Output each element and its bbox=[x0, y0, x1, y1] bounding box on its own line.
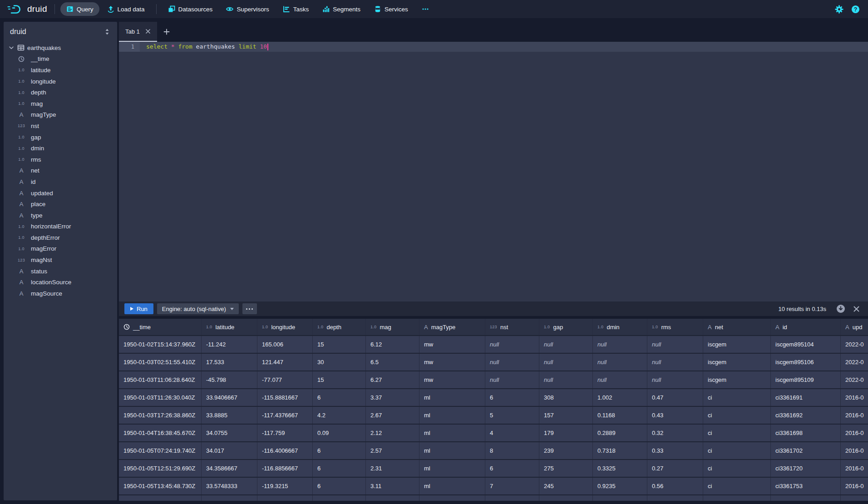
schema-column-magError[interactable]: 1.0magError bbox=[4, 243, 117, 255]
schema-column-magSource[interactable]: AmagSource bbox=[4, 288, 117, 299]
table-cell[interactable]: 6 bbox=[485, 460, 539, 477]
schema-column-horizontalError[interactable]: 1.0horizontalError bbox=[4, 221, 117, 232]
table-cell[interactable]: 245 bbox=[539, 478, 593, 494]
table-cell[interactable]: ci3361702 bbox=[771, 442, 841, 459]
schema-column-mag[interactable]: 1.0mag bbox=[4, 98, 117, 109]
table-cell[interactable]: 6.12 bbox=[366, 336, 419, 353]
table-cell[interactable]: 6 bbox=[313, 478, 366, 494]
table-cell[interactable]: 5 bbox=[485, 407, 539, 424]
table-cell[interactable]: 3.11 bbox=[366, 478, 419, 494]
schema-column-magNst[interactable]: 123magNst bbox=[4, 254, 117, 266]
table-cell[interactable]: null bbox=[647, 354, 703, 371]
column-header-longitude[interactable]: 1.0longitude bbox=[257, 319, 313, 335]
table-cell[interactable]: 2022-0 bbox=[841, 354, 868, 371]
table-cell[interactable]: ci bbox=[703, 389, 771, 406]
table-cell[interactable]: ml bbox=[419, 389, 485, 406]
schema-column-net[interactable]: Anet bbox=[4, 165, 117, 177]
table-cell[interactable]: 275 bbox=[539, 460, 593, 477]
table-cell[interactable]: 1950-01-03T11:26:30.040Z bbox=[119, 389, 202, 406]
table-cell[interactable]: mw bbox=[419, 336, 485, 353]
table-cell[interactable]: 34.3586667 bbox=[202, 460, 257, 477]
schema-column-type[interactable]: Atype bbox=[4, 210, 117, 221]
table-cell[interactable]: 6.5 bbox=[366, 354, 419, 371]
schema-column-latitude[interactable]: 1.0latitude bbox=[4, 64, 117, 76]
table-cell[interactable]: 0.47 bbox=[647, 389, 703, 406]
table-cell[interactable]: 34.0755 bbox=[202, 425, 257, 441]
nav-item-more[interactable] bbox=[416, 2, 435, 16]
table-cell[interactable]: 33.5748333 bbox=[202, 478, 257, 494]
table-cell[interactable]: iscgem bbox=[703, 354, 771, 371]
schema-column-gap[interactable]: 1.0gap bbox=[4, 132, 117, 143]
table-cell[interactable]: 15 bbox=[313, 336, 366, 353]
chevron-down-icon[interactable] bbox=[8, 44, 15, 51]
table-cell[interactable]: 2016-0 bbox=[841, 460, 868, 477]
nav-item-supervisors[interactable]: Supervisors bbox=[220, 2, 275, 16]
download-icon[interactable] bbox=[836, 304, 845, 313]
table-cell[interactable]: ci bbox=[703, 407, 771, 424]
engine-select[interactable]: Engine: auto (sql-native) bbox=[157, 303, 239, 314]
table-cell[interactable]: 308 bbox=[539, 389, 593, 406]
table-cell[interactable]: 4.2 bbox=[313, 407, 366, 424]
table-cell[interactable]: 0.27 bbox=[647, 460, 703, 477]
table-cell[interactable]: 0.3325 bbox=[593, 460, 647, 477]
schema-column-locationSource[interactable]: AlocationSource bbox=[4, 277, 117, 288]
table-cell[interactable]: iscgem bbox=[703, 336, 771, 353]
schema-column-updated[interactable]: Aupdated bbox=[4, 188, 117, 199]
table-cell[interactable]: null bbox=[539, 354, 593, 371]
schema-column-status[interactable]: Astatus bbox=[4, 266, 117, 277]
table-cell[interactable]: -116.8856667 bbox=[257, 460, 313, 477]
sql-editor[interactable]: 1 select * from earthquakes limit 10 bbox=[119, 42, 868, 301]
nav-item-segments[interactable]: Segments bbox=[316, 2, 366, 16]
datasource-earthquakes[interactable]: earthquakes bbox=[4, 42, 117, 54]
table-cell[interactable]: 157 bbox=[539, 407, 593, 424]
table-cell[interactable]: 6 bbox=[313, 460, 366, 477]
table-cell[interactable]: ml bbox=[419, 425, 485, 441]
run-button[interactable]: Run bbox=[124, 303, 153, 314]
table-cell[interactable]: null bbox=[647, 371, 703, 388]
table-cell[interactable]: ci bbox=[703, 442, 771, 459]
table-cell[interactable]: 2016-0 bbox=[841, 425, 868, 441]
table-cell[interactable]: null bbox=[539, 371, 593, 388]
table-cell[interactable]: 2016-0 bbox=[841, 407, 868, 424]
table-cell[interactable]: 17.533 bbox=[202, 354, 257, 371]
nav-item-datasources[interactable]: Datasources bbox=[162, 2, 219, 16]
table-cell[interactable]: 2022-0 bbox=[841, 371, 868, 388]
table-cell[interactable]: null bbox=[485, 336, 539, 353]
table-cell[interactable]: iscgem bbox=[703, 371, 771, 388]
table-cell[interactable]: 0.1168 bbox=[593, 407, 647, 424]
table-cell[interactable]: mw bbox=[419, 354, 485, 371]
tab-1[interactable]: Tab 1 bbox=[119, 22, 157, 42]
table-cell[interactable]: 1950-01-03T11:06:28.640Z bbox=[119, 371, 202, 388]
table-cell[interactable]: 121.447 bbox=[257, 354, 313, 371]
table-cell[interactable]: 15 bbox=[313, 371, 366, 388]
table-cell[interactable]: null bbox=[593, 354, 647, 371]
schema-column-magType[interactable]: AmagType bbox=[4, 109, 117, 121]
table-cell[interactable]: ci bbox=[703, 478, 771, 494]
table-cell[interactable]: -115.8881667 bbox=[257, 389, 313, 406]
schema-column-rms[interactable]: 1.0rms bbox=[4, 154, 117, 165]
column-header-rms[interactable]: 1.0rms bbox=[647, 319, 703, 335]
table-cell[interactable]: 1.002 bbox=[593, 389, 647, 406]
table-cell[interactable]: ci3361698 bbox=[771, 425, 841, 441]
table-cell[interactable]: 30 bbox=[313, 354, 366, 371]
table-cell[interactable]: ml bbox=[419, 442, 485, 459]
table-cell[interactable]: ci3361691 bbox=[771, 389, 841, 406]
column-header-dmin[interactable]: 1.0dmin bbox=[593, 319, 647, 335]
table-cell[interactable]: 0.2889 bbox=[593, 425, 647, 441]
table-cell[interactable]: -119.3215 bbox=[257, 478, 313, 494]
column-header-id[interactable]: Aid bbox=[771, 319, 841, 335]
table-cell[interactable]: null bbox=[485, 354, 539, 371]
table-cell[interactable]: 239 bbox=[539, 442, 593, 459]
table-cell[interactable]: 1950-01-05T13:45:48.730Z bbox=[119, 478, 202, 494]
settings-gear-icon[interactable] bbox=[835, 5, 843, 14]
schema-column-longitude[interactable]: 1.0longitude bbox=[4, 76, 117, 87]
table-cell[interactable]: 33.9406667 bbox=[202, 389, 257, 406]
column-header-latitude[interactable]: 1.0latitude bbox=[202, 319, 257, 335]
schema-column-nst[interactable]: 123nst bbox=[4, 120, 117, 132]
nav-item-tasks[interactable]: Tasks bbox=[277, 2, 315, 16]
table-cell[interactable]: 1950-01-05T07:24:19.740Z bbox=[119, 442, 202, 459]
table-cell[interactable]: ml bbox=[419, 407, 485, 424]
nav-item-query[interactable]: Query bbox=[60, 2, 99, 16]
table-cell[interactable]: ci3361692 bbox=[771, 407, 841, 424]
table-cell[interactable]: -11.242 bbox=[202, 336, 257, 353]
